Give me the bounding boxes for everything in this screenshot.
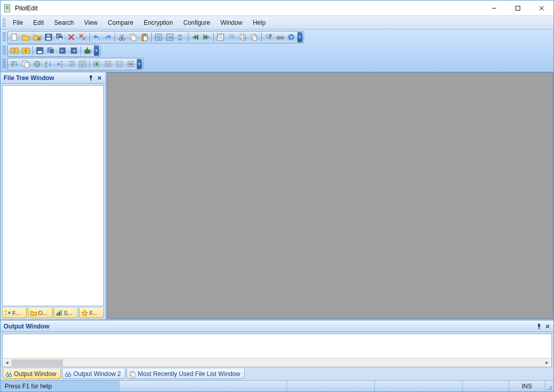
find-replace-button[interactable] xyxy=(226,32,238,42)
cut-icon xyxy=(118,33,126,41)
minimize-button[interactable] xyxy=(482,1,506,15)
hex-button[interactable]: 0A xyxy=(164,32,176,42)
replace-files-button[interactable] xyxy=(249,32,260,42)
output-hscrollbar[interactable]: ◄ ► xyxy=(3,358,551,367)
next-button[interactable] xyxy=(189,32,201,42)
format-icon xyxy=(78,60,87,68)
menu-search[interactable]: Search xyxy=(49,17,79,28)
sidebar-tabs: F...O...S...F... xyxy=(1,308,105,319)
svg-point-112 xyxy=(551,389,552,390)
save-button[interactable] xyxy=(43,32,54,42)
resize-grip[interactable] xyxy=(545,381,553,391)
pin-icon[interactable] xyxy=(87,74,95,82)
bookmark-button[interactable] xyxy=(263,32,274,42)
find-files-button[interactable] xyxy=(238,32,249,42)
save-all-button[interactable] xyxy=(54,32,66,42)
svg-rect-13 xyxy=(46,38,51,40)
undo-button[interactable] xyxy=(91,32,102,42)
maximize-button[interactable] xyxy=(506,1,530,15)
menu-window[interactable]: Window xyxy=(215,17,248,28)
add-button[interactable] xyxy=(102,59,114,69)
expand-button[interactable] xyxy=(91,59,102,69)
new-file-button[interactable] xyxy=(9,32,20,42)
svg-rect-66 xyxy=(11,61,15,62)
output-tab-1[interactable]: Output Window 2 xyxy=(62,369,125,379)
options-button[interactable] xyxy=(31,59,43,69)
run-button[interactable] xyxy=(82,45,93,56)
goto-button[interactable]: GO xyxy=(274,32,286,42)
sidebar-tab-3[interactable]: F... xyxy=(79,308,104,318)
scroll-thumb[interactable] xyxy=(11,359,63,366)
compare-button[interactable] xyxy=(9,45,20,56)
run-icon xyxy=(84,46,92,55)
sidebar-tab-0[interactable]: F... xyxy=(2,308,27,318)
indent-right-button[interactable] xyxy=(66,59,77,69)
copy-button[interactable] xyxy=(128,32,139,42)
sidebar-tab-2[interactable]: S... xyxy=(54,308,78,318)
find-button[interactable] xyxy=(215,32,226,42)
menu-edit[interactable]: Edit xyxy=(28,17,49,28)
word-wrap-button[interactable] xyxy=(153,32,164,42)
sync-button[interactable] xyxy=(45,45,57,56)
goto-icon: GO xyxy=(276,33,284,41)
help-button[interactable]: ? xyxy=(286,32,297,42)
status-cell-3 xyxy=(375,381,463,391)
tree-icon xyxy=(4,309,11,317)
compare-dir-button[interactable] xyxy=(34,45,45,56)
menubar-grip[interactable] xyxy=(3,19,6,27)
menu-file[interactable]: File xyxy=(8,17,28,28)
filter-button[interactable] xyxy=(20,59,31,69)
close-panel-icon[interactable]: ✕ xyxy=(95,74,103,82)
redo-button[interactable] xyxy=(102,32,114,42)
status-cell-2 xyxy=(287,381,375,391)
word-wrap-icon xyxy=(154,33,163,41)
collapse-button[interactable] xyxy=(125,59,136,69)
output-content[interactable] xyxy=(3,334,551,358)
compare-merge-button[interactable] xyxy=(20,45,31,56)
output-close-icon[interactable]: ✕ xyxy=(543,322,551,331)
format-button[interactable] xyxy=(77,59,88,69)
editor-area[interactable] xyxy=(107,72,553,319)
copy-left-button[interactable] xyxy=(57,45,68,56)
open-ftp-button[interactable] xyxy=(31,32,43,42)
paste-button[interactable] xyxy=(139,32,150,42)
close-all-button[interactable] xyxy=(77,32,88,42)
column-mode-button[interactable]: 0A10 xyxy=(176,32,187,42)
scroll-right-icon[interactable]: ► xyxy=(543,359,551,367)
toolbar-row-1: 0A0A10GO?▾ xyxy=(1,30,553,44)
indent-left-button[interactable] xyxy=(54,59,66,69)
remove-button[interactable] xyxy=(114,59,125,69)
sort-az-button[interactable]: AZ xyxy=(43,59,54,69)
compare-dir-icon xyxy=(36,46,44,55)
close-all-icon xyxy=(78,33,87,41)
output-tab-label: Output Window xyxy=(14,370,56,378)
output-pin-icon[interactable] xyxy=(535,322,543,331)
sidebar-tab-label: O... xyxy=(38,310,48,316)
menu-help[interactable]: Help xyxy=(248,17,271,28)
output-tab-0[interactable]: Output Window xyxy=(3,369,61,379)
toolbar3-grip[interactable] xyxy=(3,59,6,69)
output-icon xyxy=(65,370,72,378)
sidebar-tab-1[interactable]: O... xyxy=(28,308,53,318)
menu-encryption[interactable]: Encryption xyxy=(138,17,178,28)
hex-icon: 0A xyxy=(166,33,174,41)
copy-right-button[interactable] xyxy=(68,45,80,56)
scroll-left-icon[interactable]: ◄ xyxy=(3,359,11,367)
toolbar-overflow[interactable]: ▾ xyxy=(94,45,99,56)
sort-button[interactable] xyxy=(9,59,20,69)
menu-compare[interactable]: Compare xyxy=(103,17,138,28)
statusbar: Press F1 for help INS xyxy=(1,380,553,391)
menu-configure[interactable]: Configure xyxy=(178,17,215,28)
prev-button[interactable] xyxy=(201,32,212,42)
menu-view[interactable]: View xyxy=(79,17,103,28)
open-file-button[interactable] xyxy=(20,32,31,42)
toolbar-overflow[interactable]: ▾ xyxy=(137,59,142,69)
toolbar1-grip[interactable] xyxy=(3,33,6,42)
output-tab-2[interactable]: Most Recently Used File List Window xyxy=(126,369,245,379)
close-button[interactable] xyxy=(66,32,77,42)
file-tree-body[interactable] xyxy=(2,85,104,306)
cut-button[interactable] xyxy=(116,32,128,42)
close-button[interactable] xyxy=(530,1,553,15)
toolbar-overflow[interactable]: ▾ xyxy=(297,32,303,42)
toolbar2-grip[interactable] xyxy=(3,46,6,55)
